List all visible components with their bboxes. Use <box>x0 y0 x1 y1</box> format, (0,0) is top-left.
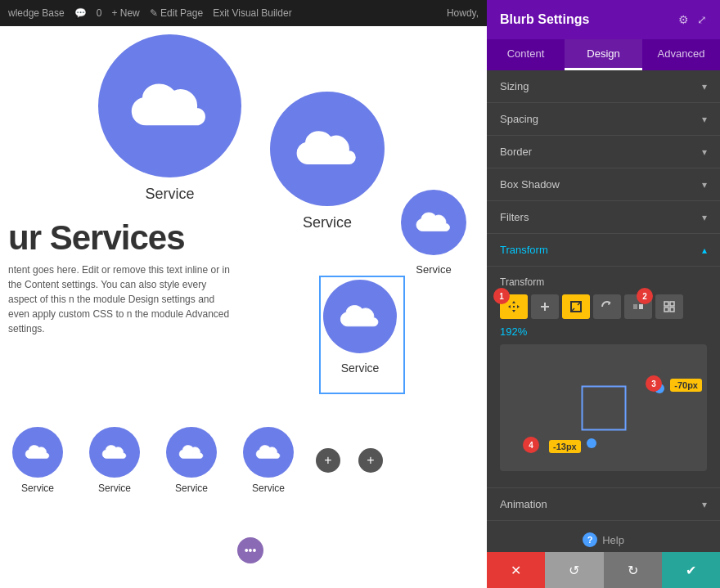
add-service-button-2[interactable]: + <box>358 448 383 473</box>
tab-content[interactable]: Content <box>487 39 565 70</box>
service-small-1[interactable]: Service <box>0 427 75 494</box>
animation-arrow: ▾ <box>702 499 707 510</box>
svg-rect-4 <box>670 302 674 306</box>
cancel-button[interactable]: ✕ <box>487 552 545 588</box>
circle-icon-small-4 <box>243 427 294 478</box>
svg-rect-5 <box>664 307 668 312</box>
svg-rect-2 <box>639 304 643 309</box>
toolbar-sep: 💬 <box>74 7 87 19</box>
top-toolbar: wledge Base 💬 0 + New ✎ Edit Page Exit V… <box>0 0 487 26</box>
service-label-medium-1: Service <box>416 263 451 276</box>
transform-section-header[interactable]: Transform ▴ <box>487 234 720 267</box>
circle-icon-small-3 <box>166 427 217 478</box>
panel-title: Blurb Settings <box>500 12 589 27</box>
spacing-arrow: ▾ <box>702 114 707 125</box>
circle-icon-1 <box>98 34 241 177</box>
service-small-4[interactable]: Service <box>231 427 306 494</box>
bottom-services-row: Service Service Service <box>0 427 391 494</box>
panel-actions: ✕ ↺ ↻ ✔ <box>487 552 720 588</box>
service-medium-2[interactable]: Service <box>323 280 397 375</box>
px-label-2: -13px <box>549 440 581 453</box>
svg-rect-1 <box>633 304 637 309</box>
animation-section[interactable]: Animation ▾ <box>487 488 720 521</box>
new-button[interactable]: + New <box>111 7 139 19</box>
edit-page-button[interactable]: ✎ Edit Page <box>150 7 203 19</box>
transform-inner-box <box>581 385 626 430</box>
border-label: Border <box>500 146 532 158</box>
zoom-label: 192% <box>500 325 707 338</box>
badge-1: 1 <box>493 288 510 304</box>
sizing-section[interactable]: Sizing ▾ <box>487 70 720 103</box>
service-medium-1[interactable]: Service <box>401 190 466 276</box>
transform-scale-btn[interactable] <box>562 294 590 319</box>
panel-tabs: Content Design Advanced <box>487 39 720 70</box>
sizing-arrow: ▾ <box>702 81 707 92</box>
help-icon[interactable]: ? <box>583 532 597 547</box>
redo-button[interactable]: ↻ <box>604 552 662 588</box>
service-label-1: Service <box>145 186 194 203</box>
badge-4: 4 <box>523 437 539 453</box>
service-small-2[interactable]: Service <box>77 427 152 494</box>
exit-vb-button[interactable]: Exit Visual Builder <box>213 7 292 19</box>
content-area: Service Service Service <box>0 26 487 588</box>
transform-translate-btn[interactable] <box>531 294 559 319</box>
transform-icon-row: 1 2 <box>500 294 707 319</box>
section-title: ur Services <box>8 218 237 258</box>
panel-header-icons: ⚙ ⤢ <box>678 13 707 26</box>
editor-area: wledge Base 💬 0 + New ✎ Edit Page Exit V… <box>0 0 487 588</box>
box-shadow-section[interactable]: Box Shadow ▾ <box>487 168 720 201</box>
help-label[interactable]: Help <box>602 534 624 546</box>
border-section[interactable]: Border ▾ <box>487 136 720 168</box>
service-large-1[interactable]: Service <box>98 34 241 203</box>
section-body: ntent goes here. Edit or remove this tex… <box>8 263 237 336</box>
transform-label: Transform <box>500 244 548 256</box>
service-label-small-2: Service <box>98 483 131 494</box>
reset-button[interactable]: ↺ <box>545 552 603 588</box>
service-small-3[interactable]: Service <box>154 427 229 494</box>
px-label-1: -70px <box>670 379 702 392</box>
svg-rect-3 <box>664 302 668 306</box>
help-row: ? Help <box>487 521 720 552</box>
circle-icon-small-2 <box>89 427 140 478</box>
animation-label: Animation <box>500 498 547 510</box>
spacing-label: Spacing <box>500 113 538 125</box>
circle-icon-medium-1 <box>401 190 466 255</box>
transform-grid-btn[interactable] <box>655 294 683 319</box>
badge-2: 2 <box>637 288 653 304</box>
transform-rotate-btn[interactable] <box>593 294 621 319</box>
transform-arrow: ▴ <box>702 245 707 256</box>
save-button[interactable]: ✔ <box>662 552 720 588</box>
transform-content: Transform 1 2 <box>487 267 720 488</box>
service-label-small-4: Service <box>252 483 285 494</box>
comment-count: 0 <box>97 7 102 19</box>
tab-advanced[interactable]: Advanced <box>642 39 720 70</box>
service-label-small-1: Service <box>21 483 54 494</box>
panel-settings-icon[interactable]: ⚙ <box>678 13 689 26</box>
tab-design[interactable]: Design <box>565 39 642 70</box>
filters-section[interactable]: Filters ▾ <box>487 201 720 234</box>
box-shadow-label: Box Shadow <box>500 178 560 191</box>
howdy-label: Howdy, <box>447 7 479 19</box>
panel-expand-icon[interactable]: ⤢ <box>697 13 707 26</box>
transform-sub-label: Transform <box>500 276 707 288</box>
filters-label: Filters <box>500 211 529 223</box>
service-label-2: Service <box>303 214 352 231</box>
badge-3: 3 <box>646 375 662 392</box>
service-label-small-3: Service <box>175 483 208 494</box>
circle-icon-2 <box>270 92 385 206</box>
settings-content: Sizing ▾ Spacing ▾ Border ▾ Box Shadow ▾… <box>487 70 720 552</box>
sizing-label: Sizing <box>500 80 529 92</box>
service-large-2[interactable]: Service <box>270 92 385 231</box>
service-label-medium-2: Service <box>341 361 380 375</box>
circle-icon-medium-2 <box>323 280 397 353</box>
transform-dot-2[interactable] <box>587 438 596 448</box>
transform-canvas[interactable]: -70px 3 -13px 4 <box>500 344 707 471</box>
section-heading: ur Services ntent goes here. Edit or rem… <box>8 218 237 336</box>
box-shadow-arrow: ▾ <box>702 179 707 191</box>
border-arrow: ▾ <box>702 146 707 158</box>
add-service-button-1[interactable]: + <box>316 448 340 473</box>
dots-menu-button[interactable]: ••• <box>237 537 263 563</box>
spacing-section[interactable]: Spacing ▾ <box>487 103 720 136</box>
site-label[interactable]: wledge Base <box>8 7 65 19</box>
circle-icon-small-1 <box>12 427 63 478</box>
